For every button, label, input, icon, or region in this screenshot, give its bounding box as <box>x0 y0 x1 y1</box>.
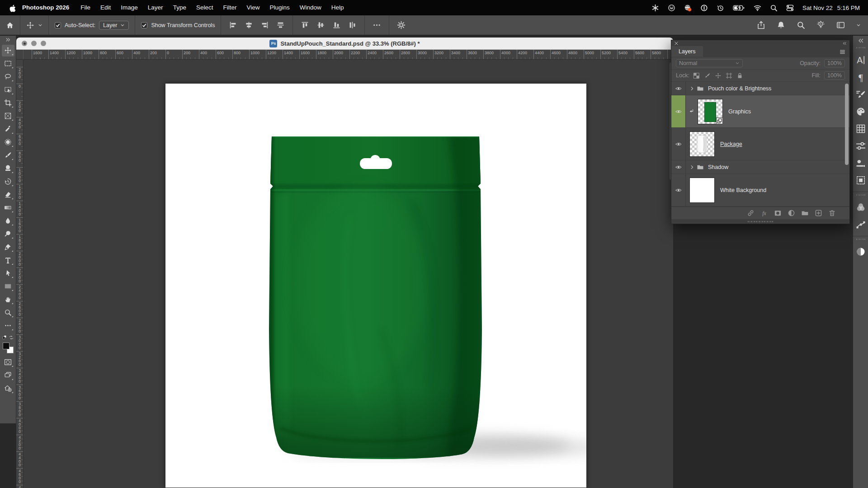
chevron-down-icon[interactable] <box>856 23 861 28</box>
dock-grip[interactable] <box>856 194 865 196</box>
foreground-color-swatch[interactable] <box>3 343 9 349</box>
visibility-toggle[interactable] <box>671 82 686 95</box>
fx-icon[interactable]: fx <box>760 209 768 217</box>
move-tool-icon[interactable] <box>26 21 34 29</box>
menu-item-edit[interactable]: Edit <box>95 0 116 15</box>
rectangle-shape-tool[interactable] <box>2 281 14 292</box>
patterns-panel-icon[interactable] <box>855 175 866 186</box>
auto-select-dropdown[interactable]: Layer <box>99 21 129 30</box>
default-colors-icon[interactable] <box>2 335 7 340</box>
menu-item-select[interactable]: Select <box>191 0 218 15</box>
align-center-h-icon[interactable] <box>245 21 253 29</box>
ruler-origin-corner[interactable] <box>16 50 24 60</box>
collapse-panel-icon[interactable] <box>842 41 847 46</box>
workspace-switcher-icon[interactable] <box>836 21 845 29</box>
search-icon[interactable] <box>797 21 805 29</box>
zoom-tool[interactable] <box>2 307 14 319</box>
crop-tool[interactable] <box>2 97 14 109</box>
toolbar-expand-icon[interactable] <box>5 37 11 42</box>
blend-mode-select[interactable]: Normal <box>676 59 743 67</box>
lock-all-icon[interactable] <box>736 72 743 79</box>
screen-mode-button[interactable] <box>2 370 14 381</box>
dock-grip[interactable] <box>856 239 865 240</box>
libraries-grid-panel-icon[interactable] <box>855 123 866 134</box>
frame-tool[interactable] <box>2 110 14 122</box>
layer-name[interactable]: Pouch color & Brightness <box>708 85 771 92</box>
close-icon[interactable] <box>674 41 679 46</box>
menu-item-plugins[interactable]: Plugins <box>264 0 294 15</box>
brush-tool[interactable] <box>2 150 14 161</box>
align-top-icon[interactable] <box>301 21 309 29</box>
menu-item-file[interactable]: File <box>75 0 95 15</box>
layer-thumbnail[interactable] <box>698 99 723 124</box>
paragraph-panel-icon[interactable]: ¶ <box>855 72 866 83</box>
layer-name[interactable]: Graphics <box>728 108 751 115</box>
disclosure-chevron-icon[interactable] <box>689 164 695 170</box>
assistant-icon[interactable] <box>651 4 659 12</box>
share-icon[interactable] <box>757 21 765 29</box>
notifications-bell-icon[interactable] <box>777 21 785 29</box>
mask-icon[interactable] <box>774 209 782 217</box>
layer-thumbnail[interactable] <box>689 131 715 157</box>
adjustment-icon[interactable] <box>788 209 795 217</box>
layer-row-white-background[interactable]: White Background <box>671 174 849 206</box>
power-circle-icon[interactable] <box>700 4 708 12</box>
lock-position-icon[interactable] <box>715 72 722 79</box>
align-left-icon[interactable] <box>229 21 237 29</box>
layer-thumbnail[interactable] <box>689 178 715 203</box>
layer-name[interactable]: White Background <box>720 187 766 193</box>
time-machine-icon[interactable] <box>717 4 724 12</box>
properties-panel-icon[interactable] <box>855 141 866 151</box>
gear-icon[interactable] <box>397 21 406 29</box>
layers-scrollbar-thumb[interactable] <box>845 84 849 165</box>
layer-row-shadow-group[interactable]: Shadow <box>671 160 849 174</box>
hand-tool[interactable] <box>2 294 14 305</box>
new-layer-icon[interactable] <box>815 209 822 217</box>
rectangular-marquee-tool[interactable] <box>2 58 14 70</box>
more-options-icon[interactable] <box>373 21 381 29</box>
collapse-dock-icon[interactable] <box>858 38 864 44</box>
character-panel-icon[interactable]: A <box>855 55 866 66</box>
delete-icon[interactable] <box>828 209 836 217</box>
new-group-icon[interactable] <box>801 209 809 217</box>
channels-panel-icon[interactable] <box>855 202 866 213</box>
clone-stamp-tool[interactable] <box>2 163 14 174</box>
menu-clock[interactable]: Sat Nov 22 5:16 PM <box>802 5 860 11</box>
control-center-icon[interactable] <box>786 4 794 12</box>
menu-item-type[interactable]: Type <box>168 0 191 15</box>
brush-settings-panel-icon[interactable] <box>855 89 866 100</box>
dock-grip[interactable] <box>856 47 865 48</box>
canvas[interactable] <box>165 84 586 488</box>
eraser-tool[interactable] <box>2 189 14 201</box>
healing-brush-tool[interactable] <box>2 136 14 148</box>
lock-transparency-icon[interactable] <box>693 72 700 79</box>
browser-notification-icon[interactable] <box>684 4 692 12</box>
lock-pixels-icon[interactable] <box>704 72 711 79</box>
layer-name[interactable]: Shadow <box>708 164 728 170</box>
align-right-icon[interactable] <box>260 21 269 29</box>
layer-row-graphics[interactable]: Graphics <box>671 95 849 128</box>
visibility-toggle[interactable] <box>671 174 686 206</box>
panel-resize-grip[interactable] <box>671 219 849 224</box>
visibility-toggle[interactable] <box>671 128 686 160</box>
lasso-tool[interactable] <box>2 71 14 83</box>
color-swatches[interactable] <box>2 342 14 354</box>
swap-colors-icon[interactable] <box>9 335 14 340</box>
apple-icon[interactable] <box>8 4 16 12</box>
spotlight-icon[interactable] <box>770 4 778 12</box>
gradients-panel-icon[interactable] <box>855 158 866 169</box>
chevron-down-icon[interactable] <box>38 23 42 28</box>
distribute-v-icon[interactable] <box>348 21 357 29</box>
align-bottom-icon[interactable] <box>332 21 341 29</box>
disclosure-chevron-icon[interactable] <box>689 86 695 91</box>
discover-lightbulb-icon[interactable] <box>816 21 825 29</box>
panel-menu-icon[interactable] <box>839 49 846 55</box>
opacity-field[interactable]: 100% <box>824 59 845 67</box>
document-tab[interactable]: Ps StandUpPouch_Standard.psd @ 33.3% (RG… <box>16 38 673 49</box>
history-brush-tool[interactable] <box>2 176 14 188</box>
object-selection-tool[interactable] <box>2 84 14 96</box>
vertical-ruler[interactable]: 2 0 002 0 04 0 06 0 08 0 01 0 0 01 2 0 0… <box>16 60 24 488</box>
align-middle-icon[interactable] <box>316 21 325 29</box>
pasteboard[interactable] <box>24 60 673 488</box>
default-swap-colors[interactable] <box>2 335 14 340</box>
